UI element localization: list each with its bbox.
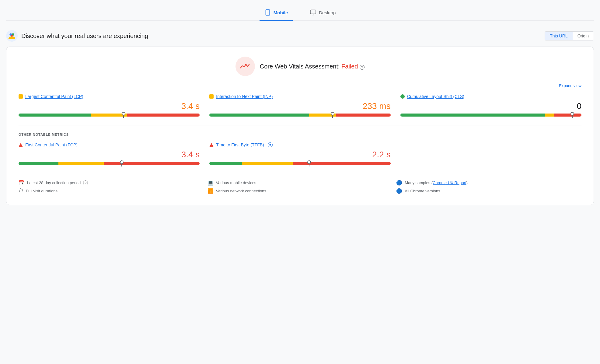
timer-icon: ⏱ — [19, 188, 23, 194]
tab-desktop[interactable]: Desktop — [305, 6, 340, 21]
section-header: Discover what your real users are experi… — [6, 30, 594, 42]
fcp-dot — [19, 143, 23, 147]
fcp-bar — [19, 162, 200, 165]
footer-chrome-text: All Chrome versions — [405, 189, 440, 193]
section-title: Discover what your real users are experi… — [21, 33, 148, 40]
inp-value: 233 ms — [209, 101, 390, 111]
cls-value: 0 — [400, 101, 581, 111]
lcp-bar — [19, 114, 200, 117]
footer-col1: 📅 Latest 28-day collection period ? ⏱ Fu… — [19, 180, 204, 196]
footer-col3: 🔵 Many samples (Chrome UX Report) 🔵 All … — [396, 180, 581, 196]
expand-view: Expand view — [19, 83, 581, 88]
cwv-title: Core Web Vitals Assessment: Failed ? — [260, 63, 365, 70]
expand-link[interactable]: Expand view — [559, 83, 581, 88]
collection-help-icon[interactable]: ? — [83, 180, 88, 185]
footer-col2: 💻 Various mobile devices 📶 Various netwo… — [208, 180, 393, 196]
chrome-icon: 🔵 — [396, 188, 402, 194]
metric-ttfb: Time to First Byte (TTFB) ⚗ 2.2 s — [209, 142, 390, 166]
tab-mobile[interactable]: Mobile — [260, 6, 293, 21]
devices-icon: 💻 — [208, 180, 214, 186]
origin-button[interactable]: Origin — [573, 32, 594, 40]
ttfb-name[interactable]: Time to First Byte (TTFB) — [216, 142, 264, 147]
fcp-needle — [120, 160, 124, 166]
ttfb-needle — [307, 160, 311, 166]
metric-fcp-label: First Contentful Paint (FCP) — [19, 142, 200, 147]
users-avatar-icon — [6, 30, 18, 42]
main-card: Core Web Vitals Assessment: Failed ? Exp… — [6, 47, 594, 205]
desktop-icon — [310, 9, 316, 16]
inp-dot — [209, 94, 214, 99]
inp-name[interactable]: Interaction to Next Paint (INP) — [216, 94, 273, 99]
metric-lcp-label: Largest Contentful Paint (LCP) — [19, 94, 200, 99]
metric-lcp: Largest Contentful Paint (LCP) 3.4 s — [19, 94, 200, 118]
network-icon: 📶 — [208, 188, 214, 194]
cls-dot — [400, 94, 405, 99]
this-url-button[interactable]: This URL — [545, 32, 572, 40]
other-metrics-label: OTHER NOTABLE METRICS — [19, 133, 581, 136]
other-metrics-empty — [400, 142, 581, 166]
metric-inp: Interaction to Next Paint (INP) 233 ms — [209, 94, 390, 118]
lcp-needle — [122, 112, 125, 118]
cwv-help-icon[interactable]: ? — [360, 65, 365, 70]
footer-devices-text: Various mobile devices — [216, 180, 256, 185]
metric-ttfb-label: Time to First Byte (TTFB) ⚗ — [209, 142, 390, 147]
section-header-left: Discover what your real users are experi… — [6, 30, 148, 42]
svg-rect-2 — [310, 10, 316, 14]
metric-cls: Cumulative Layout Shift (CLS) 0 — [400, 94, 581, 118]
tab-bar: Mobile Desktop — [6, 6, 594, 21]
svg-point-8 — [11, 35, 13, 37]
ttfb-bar — [209, 162, 390, 165]
cls-needle — [570, 112, 574, 118]
tab-mobile-label: Mobile — [274, 10, 288, 15]
footer-collection-text: Latest 28-day collection period — [27, 180, 81, 185]
fcp-name[interactable]: First Contentful Paint (FCP) — [25, 142, 78, 147]
footer-grid: 📅 Latest 28-day collection period ? ⏱ Fu… — [19, 175, 581, 196]
cwv-icon-wrap — [235, 57, 255, 76]
footer-chrome-versions: 🔵 All Chrome versions — [396, 188, 581, 194]
footer-samples-text: Many samples (Chrome UX Report) — [405, 180, 468, 185]
metric-inp-label: Interaction to Next Paint (INP) — [209, 94, 390, 99]
footer-samples: 🔵 Many samples (Chrome UX Report) — [396, 180, 581, 186]
tab-desktop-label: Desktop — [319, 10, 336, 15]
ttfb-value: 2.2 s — [209, 150, 390, 159]
footer-mobile-devices: 💻 Various mobile devices — [208, 180, 393, 186]
inp-needle — [331, 112, 334, 118]
lcp-value: 3.4 s — [19, 101, 200, 111]
metric-cls-label: Cumulative Layout Shift (CLS) — [400, 94, 581, 99]
ttfb-info-icon[interactable]: ⚗ — [268, 142, 273, 147]
samples-icon: 🔵 — [396, 180, 402, 186]
footer-collection-period: 📅 Latest 28-day collection period ? — [19, 180, 204, 186]
cwv-header: Core Web Vitals Assessment: Failed ? — [19, 57, 581, 76]
metrics-divider — [19, 125, 581, 125]
footer-visit-text: Full visit durations — [26, 189, 58, 193]
cwv-assessment-status: Failed — [341, 63, 358, 70]
url-toggle: This URL Origin — [545, 31, 594, 40]
footer-visit-durations: ⏱ Full visit durations — [19, 188, 204, 194]
svg-point-9 — [245, 64, 246, 65]
lcp-dot — [19, 94, 23, 99]
mobile-icon — [264, 9, 271, 16]
cls-bar — [400, 114, 581, 117]
svg-rect-0 — [266, 10, 270, 15]
metric-fcp: First Contentful Paint (FCP) 3.4 s — [19, 142, 200, 166]
cwv-chart-icon — [240, 62, 251, 71]
inp-bar — [209, 114, 390, 117]
lcp-name[interactable]: Largest Contentful Paint (LCP) — [25, 94, 83, 99]
chrome-ux-report-link[interactable]: Chrome UX Report — [433, 180, 466, 185]
other-metrics-grid: First Contentful Paint (FCP) 3.4 s Time … — [19, 142, 581, 166]
fcp-value: 3.4 s — [19, 150, 200, 159]
cwv-assessment-label: Core Web Vitals Assessment: — [260, 63, 340, 70]
ttfb-dot — [209, 143, 214, 147]
calendar-icon: 📅 — [19, 180, 25, 186]
core-metrics-grid: Largest Contentful Paint (LCP) 3.4 s Int… — [19, 94, 581, 118]
cls-name[interactable]: Cumulative Layout Shift (CLS) — [407, 94, 464, 99]
footer-network-text: Various network connections — [216, 189, 266, 193]
footer-network: 📶 Various network connections — [208, 188, 393, 194]
